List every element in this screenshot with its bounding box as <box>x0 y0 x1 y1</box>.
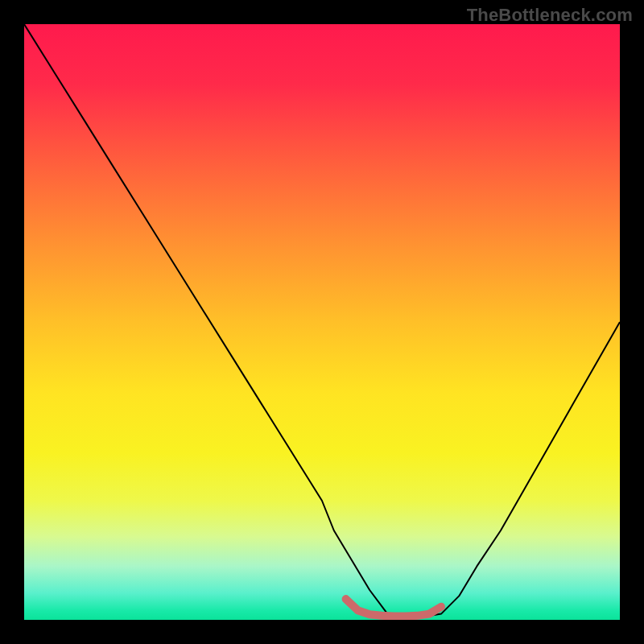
plot-area <box>24 24 620 620</box>
chart-frame: TheBottleneck.com <box>0 0 644 644</box>
gradient-background <box>24 24 620 620</box>
bottleneck-chart <box>24 24 620 620</box>
watermark-text: TheBottleneck.com <box>467 5 633 26</box>
